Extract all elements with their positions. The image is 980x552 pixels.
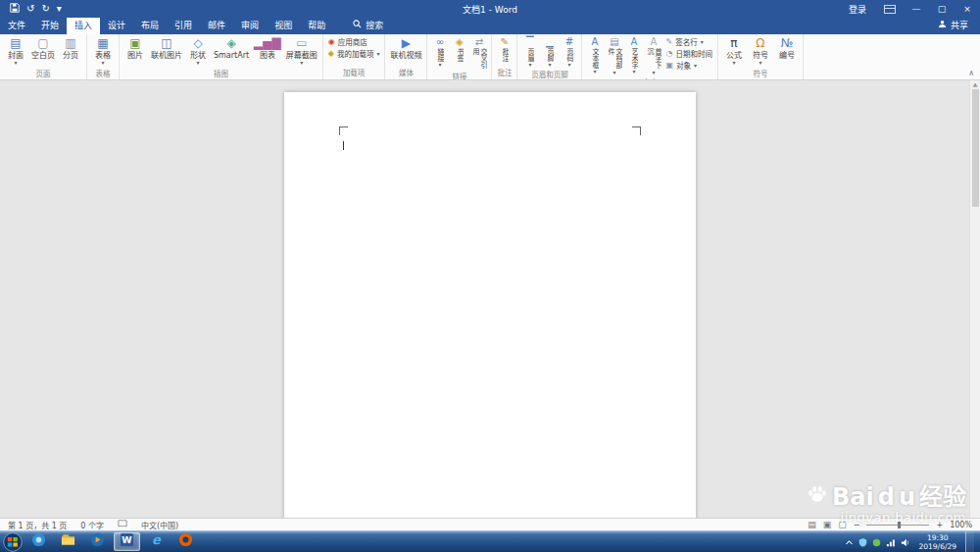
undo-button[interactable]: ↺ [26, 4, 34, 14]
dropdown-arrow-icon: ▾ [759, 60, 761, 66]
taskbar-clock[interactable]: 19:30 2019/6/29 [915, 533, 960, 551]
ribbon-group-符号: π公式▾Ω符号▾№编号符号 [718, 34, 804, 79]
dropdown-arrow-icon: ▾ [632, 69, 635, 75]
ribbon-button-形状[interactable]: ◇形状▾ [185, 35, 211, 67]
ribbon-button-编号[interactable]: №编号 [774, 35, 800, 67]
vertical-scrollbar[interactable]: ▲ [969, 80, 980, 518]
ribbon-button-公式[interactable]: π公式▾ [721, 35, 747, 67]
tab-插入[interactable]: 插入 [67, 17, 100, 34]
tab-引用[interactable]: 引用 [167, 17, 200, 34]
group-label: 加载项 [326, 66, 382, 79]
language-indicator[interactable]: 中文(中国) [141, 520, 178, 530]
tab-布局[interactable]: 布局 [133, 17, 167, 34]
tray-volume-icon[interactable] [901, 532, 910, 551]
minimize-button[interactable]: — [904, 0, 929, 18]
button-stack: ◉应用商店◆我的加载项▾ [326, 35, 382, 66]
button-stack: ✎签名行▾◔日期和时间▣对象▾ [663, 35, 713, 75]
group-label: 链接 [430, 70, 488, 80]
word-count[interactable]: 0 个字 [80, 520, 104, 530]
ribbon-button-首字下沉[interactable]: A首字下沉▾ [644, 35, 662, 75]
scrollbar-thumb[interactable] [972, 89, 979, 207]
图片-icon: ▣ [129, 36, 140, 50]
ribbon-display-options-icon[interactable] [884, 5, 896, 14]
ribbon-button-链接[interactable]: ∞链接▾ [430, 35, 449, 70]
tray-network-icon[interactable] [886, 532, 896, 551]
redo-button[interactable]: ↻ [41, 4, 49, 14]
公式-icon: π [730, 36, 737, 50]
page-indicator[interactable]: 第 1 页，共 1 页 [8, 520, 67, 530]
ribbon-button-页码[interactable]: #页码▾ [560, 35, 578, 68]
ribbon-button-页眉[interactable]: ▔页眉▾ [520, 35, 539, 68]
share-button[interactable]: 共享 [938, 19, 980, 34]
ribbon-button-批注[interactable]: ✎批注 [495, 35, 514, 66]
ribbon-button-屏幕截图[interactable]: ▭屏幕截图▾ [284, 35, 319, 67]
ribbon-button-应用商店[interactable]: ◉应用商店 [326, 36, 382, 47]
quick-access-toolbar: ↺ ↻ ▾ [0, 3, 72, 15]
close-button[interactable]: × [955, 0, 980, 18]
文档部件-icon: ▤ [610, 36, 618, 47]
restore-button[interactable]: ▢ [929, 0, 955, 18]
tab-开始[interactable]: 开始 [33, 17, 67, 34]
tab-文件[interactable]: 文件 [0, 17, 33, 34]
clock-date: 2019/6/29 [919, 542, 956, 551]
taskbar-item-media-center[interactable] [25, 532, 52, 551]
tray-security-icon[interactable] [858, 532, 867, 551]
customize-quick-access-button[interactable]: ▾ [57, 4, 62, 14]
taskbar-item-media-player[interactable] [84, 532, 111, 551]
ribbon-button-文本框[interactable]: A文本框▾ [585, 35, 604, 75]
ie-icon: e [149, 532, 164, 551]
search-label: 搜索 [366, 19, 383, 31]
proofing-icon[interactable] [118, 520, 127, 529]
日期和时间-icon: ◔ [665, 49, 672, 59]
tell-me-search[interactable]: 搜索 [353, 19, 383, 34]
scroll-up-icon[interactable]: ▲ [973, 80, 978, 87]
ribbon-button-表格[interactable]: ▦表格▾ [90, 35, 116, 67]
taskbar-item-ie[interactable]: e [143, 532, 170, 551]
collapse-ribbon-button[interactable]: ∧ [968, 69, 974, 77]
ribbon-button-文档部件[interactable]: ▤文档部件▾ [605, 35, 623, 75]
ribbon-button-日期和时间[interactable]: ◔日期和时间 [663, 48, 713, 59]
tab-帮助[interactable]: 帮助 [300, 17, 333, 34]
对象-icon: ▣ [665, 61, 673, 71]
空白页-icon: ▢ [37, 36, 48, 50]
taskbar-item-firefox[interactable] [172, 532, 199, 551]
tray-update-icon[interactable] [872, 532, 881, 551]
taskbar-item-explorer[interactable] [55, 532, 81, 551]
ribbon-button-页脚[interactable]: ▁页脚▾ [540, 35, 559, 68]
ribbon-button-分页[interactable]: ▥分页 [58, 35, 83, 67]
ribbon-group-页面: ▤封面▾▢空白页▥分页页面 [0, 34, 87, 79]
save-button[interactable] [10, 3, 20, 15]
ribbon-button-SmartArt[interactable]: ◈SmartArt [212, 35, 251, 67]
tray-hidden-icons-icon[interactable] [845, 532, 854, 551]
tab-邮件[interactable]: 邮件 [200, 17, 233, 34]
dropdown-arrow-icon: ▾ [376, 51, 379, 57]
start-button[interactable] [2, 531, 23, 552]
ribbon-button-联机图片[interactable]: ◫联机图片 [149, 35, 184, 67]
ribbon-button-符号[interactable]: Ω符号▾ [748, 35, 773, 67]
tab-视图[interactable]: 视图 [267, 17, 300, 34]
baidu-paw-icon [807, 483, 828, 510]
ribbon-button-封面[interactable]: ▤封面▾ [3, 35, 28, 67]
tab-设计[interactable]: 设计 [100, 17, 133, 34]
ribbon-button-艺术字[interactable]: A艺术字▾ [624, 35, 643, 75]
taskbar-item-word[interactable]: W [114, 532, 140, 551]
ribbon-button-对象[interactable]: ▣对象▾ [663, 60, 713, 71]
ribbon-button-签名行[interactable]: ✎签名行▾ [663, 36, 713, 47]
ribbon-button-联机视频[interactable]: ▶联机视频 [388, 35, 423, 66]
tab-审阅[interactable]: 审阅 [233, 17, 267, 34]
ribbon-button-图表[interactable]: ▂▅▇图表 [252, 35, 283, 67]
clock-time: 19:30 [919, 533, 956, 542]
document-page[interactable] [284, 92, 696, 518]
watermark-brand-d: d [878, 484, 895, 510]
sign-in-button[interactable]: 登录 [839, 3, 876, 16]
ribbon-button-空白页[interactable]: ▢空白页 [29, 35, 57, 67]
ribbon-button-图片[interactable]: ▣图片 [122, 35, 148, 67]
show-desktop-button[interactable] [965, 531, 974, 552]
button-label: 页脚 [546, 48, 554, 62]
ribbon-button-书签[interactable]: ◈书签 [450, 35, 468, 70]
ribbon-group-表格: ▦表格▾表格 [87, 34, 120, 79]
ribbon-button-我的加载项[interactable]: ◆我的加载项▾ [326, 48, 382, 59]
表格-icon: ▦ [97, 36, 108, 50]
watermark-url: jingyan.baidu.com [807, 510, 966, 525]
ribbon-button-交叉引用[interactable]: ⇄交叉引用 [469, 35, 488, 70]
